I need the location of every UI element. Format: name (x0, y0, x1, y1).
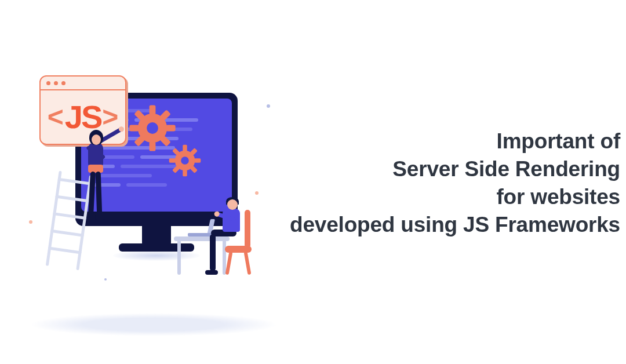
headline-block: Important of Server Side Rendering for w… (249, 128, 620, 239)
svg-rect-13 (169, 158, 176, 162)
svg-point-9 (147, 122, 158, 134)
monitor-foot (119, 243, 194, 252)
desk-icon (174, 236, 230, 241)
particle (104, 278, 107, 281)
window-dot-icon (54, 81, 58, 85)
monitor-base-shadow (113, 250, 200, 261)
window-dot-icon (46, 81, 50, 85)
gear-icon (167, 143, 203, 179)
window-dot-icon (61, 81, 65, 85)
ground-shadow (29, 313, 278, 336)
person-sitting-icon (191, 196, 272, 289)
svg-rect-3 (129, 125, 139, 132)
chair-icon (245, 210, 250, 248)
js-badge-titlebar (41, 77, 125, 90)
particle (267, 104, 270, 108)
headline-line-2: Server Side Rendering (249, 155, 620, 183)
svg-rect-1 (150, 105, 156, 114)
angle-right-icon: > (102, 103, 118, 131)
svg-rect-14 (194, 158, 201, 162)
headline-line-3: for websites (249, 183, 620, 211)
js-badge-text: JS (65, 101, 101, 133)
headline-line-1: Important of (249, 128, 620, 155)
illustration: < JS > (23, 70, 284, 342)
particle (255, 191, 259, 195)
angle-left-icon: < (48, 103, 64, 131)
svg-point-19 (181, 156, 189, 165)
person-standing-icon (73, 130, 125, 231)
headline-line-4: developed using JS Frameworks (249, 211, 620, 239)
svg-rect-11 (183, 145, 187, 151)
svg-rect-4 (166, 125, 175, 132)
monitor-stand (142, 225, 171, 245)
banner-canvas: Important of Server Side Rendering for w… (0, 0, 626, 364)
svg-rect-2 (150, 141, 156, 151)
particle (29, 220, 32, 224)
svg-rect-12 (183, 170, 187, 176)
